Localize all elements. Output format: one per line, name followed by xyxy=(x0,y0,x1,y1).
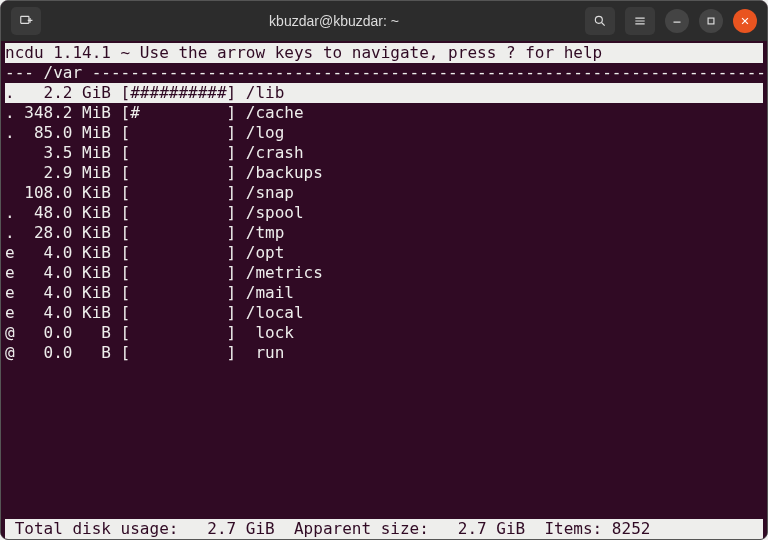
search-icon xyxy=(593,14,607,28)
list-item[interactable]: e 4.0 KiB [ ] /local xyxy=(5,303,763,323)
terminal-plus-icon xyxy=(19,14,33,28)
titlebar: kbuzdar@kbuzdar: ~ xyxy=(1,1,767,41)
ncdu-path-line: --- /var -------------------------------… xyxy=(5,63,763,83)
window-title: kbuzdar@kbuzdar: ~ xyxy=(131,13,537,29)
list-item[interactable]: 2.9 MiB [ ] /backups xyxy=(5,163,763,183)
list-item[interactable]: @ 0.0 B [ ] lock xyxy=(5,323,763,343)
minimize-icon xyxy=(670,14,684,28)
terminal-window: kbuzdar@kbuzdar: ~ ncdu 1.14.1 ~ Use the… xyxy=(0,0,768,540)
current-path: /var xyxy=(44,63,83,82)
list-item[interactable]: . 85.0 MiB [ ] /log xyxy=(5,123,763,143)
list-item[interactable]: 108.0 KiB [ ] /snap xyxy=(5,183,763,203)
ncdu-list: . 2.2 GiB [##########] /lib. 348.2 MiB [… xyxy=(5,83,763,363)
search-button[interactable] xyxy=(585,7,615,35)
path-fill: ----------------------------------------… xyxy=(82,63,768,82)
minimize-button[interactable] xyxy=(665,9,689,33)
maximize-icon xyxy=(704,14,718,28)
list-item[interactable]: . 48.0 KiB [ ] /spool xyxy=(5,203,763,223)
list-item[interactable]: e 4.0 KiB [ ] /mail xyxy=(5,283,763,303)
new-tab-button[interactable] xyxy=(11,7,41,35)
list-item[interactable]: . 28.0 KiB [ ] /tmp xyxy=(5,223,763,243)
ncdu-footer: Total disk usage: 2.7 GiB Apparent size:… xyxy=(5,519,763,539)
path-prefix: --- xyxy=(5,63,44,82)
svg-point-1 xyxy=(595,16,602,23)
menu-button[interactable] xyxy=(625,7,655,35)
hamburger-icon xyxy=(633,14,647,28)
svg-rect-0 xyxy=(21,16,29,23)
close-icon xyxy=(738,14,752,28)
list-item[interactable]: . 348.2 MiB [# ] /cache xyxy=(5,103,763,123)
list-item[interactable]: e 4.0 KiB [ ] /metrics xyxy=(5,263,763,283)
ncdu-header: ncdu 1.14.1 ~ Use the arrow keys to navi… xyxy=(5,43,763,63)
maximize-button[interactable] xyxy=(699,9,723,33)
close-button[interactable] xyxy=(733,9,757,33)
list-item[interactable]: @ 0.0 B [ ] run xyxy=(5,343,763,363)
svg-rect-2 xyxy=(708,18,714,24)
terminal-empty-space xyxy=(5,363,763,519)
list-item[interactable]: e 4.0 KiB [ ] /opt xyxy=(5,243,763,263)
list-item[interactable]: . 2.2 GiB [##########] /lib xyxy=(5,83,763,103)
list-item[interactable]: 3.5 MiB [ ] /crash xyxy=(5,143,763,163)
terminal-body[interactable]: ncdu 1.14.1 ~ Use the arrow keys to navi… xyxy=(1,41,767,539)
